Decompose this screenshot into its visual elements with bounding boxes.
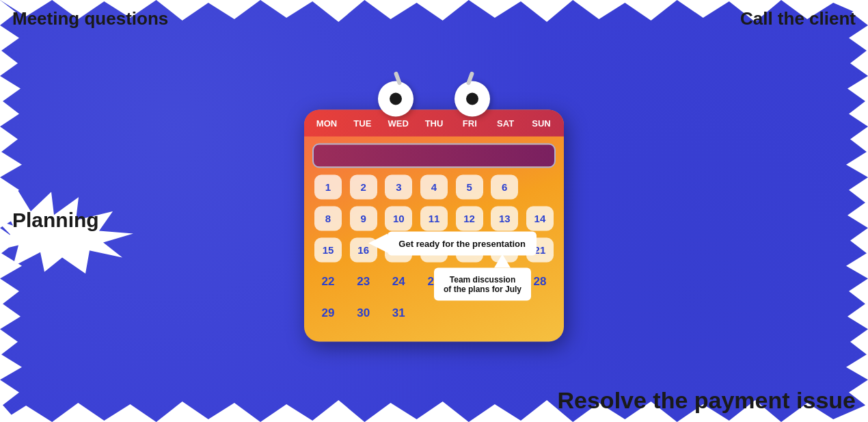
cell-11[interactable]: 11 bbox=[418, 205, 450, 232]
cell-13[interactable]: 13 bbox=[489, 205, 520, 232]
team-text-1: Team discussion bbox=[450, 274, 515, 284]
day-mon: MON bbox=[311, 118, 342, 128]
day-13: 13 bbox=[491, 206, 518, 230]
day-9: 9 bbox=[350, 206, 377, 230]
presentation-speech: Get ready for the presentation bbox=[388, 231, 537, 255]
team-discussion-callout: Team discussion of the plans for July bbox=[434, 267, 531, 300]
left-eye bbox=[378, 81, 413, 116]
day-14: 14 bbox=[526, 206, 554, 230]
right-eye bbox=[455, 81, 490, 116]
resolve-label: Resolve the payment issue bbox=[557, 387, 856, 414]
day-30: 30 bbox=[350, 300, 377, 325]
day-tue: TUE bbox=[347, 118, 378, 128]
cell-empty-2 bbox=[418, 299, 450, 326]
day-24: 24 bbox=[385, 269, 412, 293]
cell-4[interactable]: 4 bbox=[418, 173, 450, 200]
day-1: 1 bbox=[314, 174, 342, 199]
day-11: 11 bbox=[420, 206, 448, 230]
presentation-callout: Get ready for the presentation bbox=[388, 231, 537, 255]
day-22: 22 bbox=[314, 269, 342, 293]
cell-empty-3 bbox=[454, 299, 485, 326]
day-sat: SAT bbox=[490, 118, 521, 128]
day-fri: FRI bbox=[454, 118, 485, 128]
day-31: 31 bbox=[385, 300, 412, 325]
team-text-2: of the plans for July bbox=[444, 284, 521, 293]
day-sun: SUN bbox=[526, 118, 557, 128]
day-15: 15 bbox=[314, 237, 342, 262]
day-10: 10 bbox=[385, 206, 412, 230]
team-speech: Team discussion of the plans for July bbox=[434, 267, 531, 300]
week-row-5: 29 30 31 bbox=[312, 299, 556, 326]
week-row-2: 8 9 10 11 12 13 14 bbox=[312, 205, 556, 232]
day-2: 2 bbox=[350, 174, 377, 199]
cell-12[interactable]: 12 bbox=[454, 205, 485, 232]
right-pupil bbox=[466, 92, 478, 105]
cell-23[interactable]: 23 bbox=[348, 267, 379, 295]
cell-10[interactable]: 10 bbox=[383, 205, 414, 232]
day-8: 8 bbox=[314, 206, 342, 230]
cell-1[interactable]: 1 bbox=[312, 173, 344, 200]
day-23: 23 bbox=[350, 269, 377, 293]
cell-29[interactable]: 29 bbox=[312, 299, 344, 326]
day-wed: WED bbox=[383, 118, 414, 128]
week-row-1: 1 2 3 4 5 6 bbox=[312, 173, 556, 200]
cell-3[interactable]: 3 bbox=[383, 173, 414, 200]
calendar: MON TUE WED THU FRI SAT SUN 1 2 3 4 5 6 bbox=[304, 109, 564, 341]
presentation-arrow bbox=[368, 234, 388, 253]
cell-22[interactable]: 22 bbox=[312, 267, 344, 295]
meeting-questions-label: Meeting questions bbox=[12, 8, 168, 29]
left-pupil bbox=[390, 92, 402, 105]
call-client-label: Call the client bbox=[740, 8, 856, 29]
cell-2[interactable]: 2 bbox=[348, 173, 379, 200]
day-thu: THU bbox=[418, 118, 450, 128]
cell-8[interactable]: 8 bbox=[312, 205, 344, 232]
day-4: 4 bbox=[420, 174, 448, 199]
cell-24[interactable]: 24 bbox=[383, 267, 414, 295]
day-3: 3 bbox=[385, 174, 412, 199]
week-highlight-bar bbox=[312, 143, 556, 168]
calendar-eyes bbox=[304, 81, 564, 116]
presentation-text: Get ready for the presentation bbox=[398, 238, 526, 248]
day-6: 6 bbox=[491, 174, 518, 199]
cell-6[interactable]: 6 bbox=[489, 173, 520, 200]
cell-30[interactable]: 30 bbox=[348, 299, 379, 326]
day-29: 29 bbox=[314, 300, 342, 325]
day-empty-1 bbox=[526, 174, 554, 199]
cell-empty-5 bbox=[524, 299, 556, 326]
cell-5[interactable]: 5 bbox=[454, 173, 485, 200]
cell-31[interactable]: 31 bbox=[383, 299, 414, 326]
cell-9[interactable]: 9 bbox=[348, 205, 379, 232]
team-arrow bbox=[494, 254, 511, 267]
day-12: 12 bbox=[456, 206, 483, 230]
day-5: 5 bbox=[456, 174, 483, 199]
calendar-wrapper: MON TUE WED THU FRI SAT SUN 1 2 3 4 5 6 bbox=[304, 81, 564, 341]
cell-empty-4 bbox=[489, 299, 520, 326]
cell-empty-1 bbox=[524, 173, 556, 200]
cell-15[interactable]: 15 bbox=[312, 236, 344, 263]
planning-label: Planning bbox=[12, 209, 99, 232]
cell-14[interactable]: 14 bbox=[524, 205, 556, 232]
